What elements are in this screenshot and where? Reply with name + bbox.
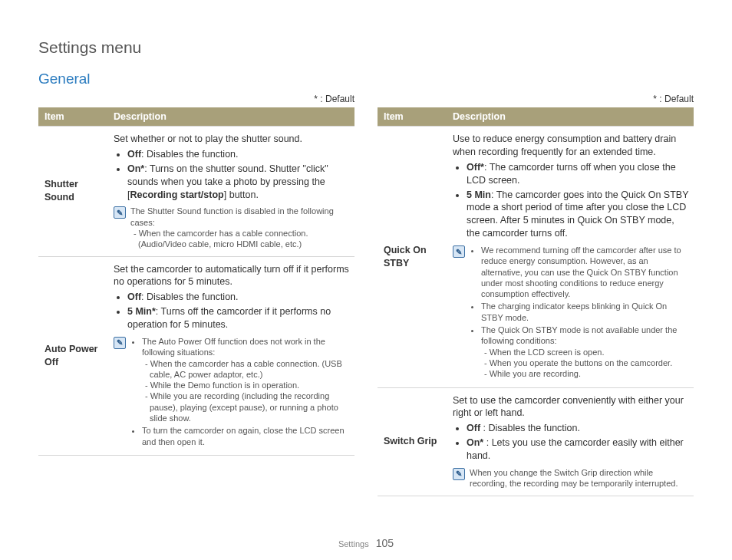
col-header-item: Item: [38, 107, 107, 127]
list-item: On*: Turns on the shutter sound. Shutter…: [127, 163, 350, 202]
desc-intro: Set to use the camcorder conveniently wi…: [453, 394, 689, 420]
item-desc: Set the camcorder to automatically turn …: [107, 256, 354, 455]
item-desc: Set to use the camcorder conveniently wi…: [447, 387, 694, 496]
footer-section: Settings: [338, 539, 369, 548]
note-box: ✎ We recommend turning off the camcorder…: [453, 245, 689, 381]
default-legend: * : Default: [378, 94, 694, 104]
item-label: Switch Grip: [378, 387, 447, 496]
note-item: We recommend turning off the camcorder a…: [481, 245, 689, 299]
option-list: Off: Disables the function. 5 Min*: Turn…: [114, 291, 350, 331]
list-item: Off: Disables the function.: [127, 291, 350, 304]
note-icon: ✎: [453, 468, 465, 480]
content-columns: * : Default Item Description Shutter Sou…: [38, 94, 694, 496]
item-label: Shutter Sound: [38, 127, 107, 257]
desc-intro: Use to reduce energy consumption and bat…: [453, 133, 689, 159]
table-row: Shutter Sound Set whether or not to play…: [38, 127, 354, 257]
settings-table-left: Item Description Shutter Sound Set wheth…: [38, 107, 354, 456]
note-item: The Auto Power Off function does not wor…: [142, 336, 350, 423]
page-number: 105: [376, 537, 394, 549]
option-list: Off: Disables the function. On*: Turns o…: [114, 148, 350, 202]
list-item: Off*: The camcorder turns off when you c…: [467, 161, 689, 187]
desc-intro: Set the camcorder to automatically turn …: [114, 263, 350, 289]
item-desc: Use to reduce energy consumption and bat…: [447, 127, 694, 388]
table-row: Auto Power Off Set the camcorder to auto…: [38, 256, 354, 455]
note-icon: ✎: [453, 245, 465, 258]
list-item: 5 Min: The camcorder goes into the Quick…: [467, 189, 689, 241]
page-footer: Settings 105: [0, 537, 732, 549]
option-list: Off : Disables the function. On* : Lets …: [453, 422, 689, 463]
note-item: The Quick On STBY mode is not available …: [481, 324, 689, 379]
note-box: ✎ The Auto Power Off function does not w…: [114, 336, 350, 449]
document-page: Settings menu General * : Default Item D…: [0, 0, 732, 560]
left-column: * : Default Item Description Shutter Sou…: [38, 94, 354, 496]
desc-intro: Set whether or not to play the shutter s…: [114, 133, 350, 146]
settings-table-right: Item Description Quick On STBY Use to re…: [378, 107, 694, 496]
note-item: To turn the camcorder on again, close th…: [142, 425, 350, 447]
note-box: ✎ The Shutter Sound function is disabled…: [114, 206, 350, 249]
note-box: ✎ When you change the Switch Grip direct…: [453, 467, 689, 489]
table-row: Quick On STBY Use to reduce energy consu…: [378, 127, 694, 388]
list-item: Off: Disables the function.: [127, 148, 350, 161]
list-item: Off : Disables the function.: [467, 422, 689, 435]
note-lead: When you change the Switch Grip directio…: [470, 467, 689, 489]
col-header-desc: Description: [447, 107, 694, 127]
item-label: Quick On STBY: [378, 127, 447, 388]
note-item: The charging indicator keeps blinking in…: [481, 301, 689, 323]
right-column: * : Default Item Description Quick On ST…: [378, 94, 694, 496]
list-item: On* : Lets you use the camcorder easily …: [467, 436, 689, 463]
col-header-desc: Description: [107, 107, 354, 127]
page-title: Settings menu: [38, 38, 694, 57]
table-row: Switch Grip Set to use the camcorder con…: [378, 387, 694, 496]
note-lead: The Shutter Sound function is disabled i…: [130, 206, 350, 228]
note-line: - When the camcorder has a cable connect…: [130, 228, 350, 250]
item-label: Auto Power Off: [38, 256, 107, 455]
note-icon: ✎: [114, 337, 126, 349]
col-header-item: Item: [378, 107, 447, 127]
item-desc: Set whether or not to play the shutter s…: [107, 127, 354, 257]
note-icon: ✎: [114, 206, 126, 219]
default-legend: * : Default: [38, 94, 354, 104]
list-item: 5 Min*: Turns off the camcorder if it pe…: [127, 305, 350, 331]
option-list: Off*: The camcorder turns off when you c…: [453, 161, 689, 240]
section-title: General: [38, 71, 694, 87]
